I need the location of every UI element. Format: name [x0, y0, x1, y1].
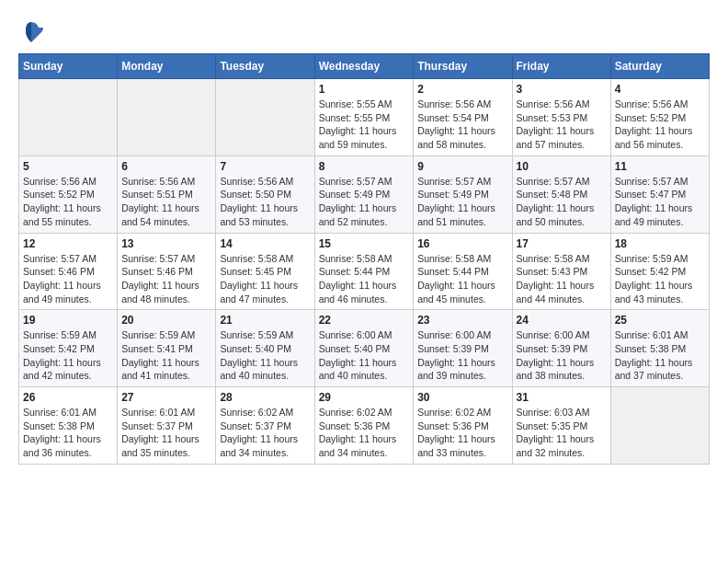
day-number: 23: [417, 314, 507, 327]
day-number: 28: [220, 391, 310, 404]
calendar-table: SundayMondayTuesdayWednesdayThursdayFrid…: [18, 53, 710, 465]
day-number: 11: [615, 160, 705, 173]
day-info: Sunrise: 5:59 AM Sunset: 5:41 PM Dayligh…: [121, 328, 211, 383]
day-info: Sunrise: 5:58 AM Sunset: 5:43 PM Dayligh…: [517, 252, 607, 306]
calendar-cell: 16Sunrise: 5:58 AM Sunset: 5:44 PM Dayli…: [414, 233, 512, 310]
day-info: Sunrise: 6:02 AM Sunset: 5:36 PM Dayligh…: [417, 406, 507, 460]
day-info: Sunrise: 5:57 AM Sunset: 5:49 PM Dayligh…: [319, 175, 410, 229]
day-info: Sunrise: 5:57 AM Sunset: 5:46 PM Dayligh…: [121, 252, 211, 306]
calendar-week-row: 5Sunrise: 5:56 AM Sunset: 5:52 PM Daylig…: [19, 155, 710, 233]
calendar-cell: 14Sunrise: 5:58 AM Sunset: 5:45 PM Dayli…: [216, 233, 314, 310]
day-number: 14: [220, 237, 310, 250]
day-number: 22: [319, 314, 410, 327]
calendar-cell: 19Sunrise: 5:59 AM Sunset: 5:42 PM Dayli…: [19, 310, 118, 387]
calendar-cell: 10Sunrise: 5:57 AM Sunset: 5:48 PM Dayli…: [512, 155, 610, 233]
calendar-cell: 20Sunrise: 5:59 AM Sunset: 5:41 PM Dayli…: [118, 310, 216, 387]
day-number: 26: [23, 391, 113, 404]
day-number: 29: [319, 391, 410, 404]
day-number: 15: [319, 237, 410, 250]
weekday-header: Wednesday: [314, 54, 414, 79]
calendar-cell: [216, 79, 314, 156]
logo: [18, 18, 48, 44]
day-info: Sunrise: 6:02 AM Sunset: 5:37 PM Dayligh…: [220, 406, 310, 460]
day-info: Sunrise: 6:00 AM Sunset: 5:39 PM Dayligh…: [417, 328, 507, 383]
day-info: Sunrise: 6:02 AM Sunset: 5:36 PM Dayligh…: [319, 406, 410, 460]
day-number: 21: [220, 314, 310, 327]
day-number: 5: [23, 160, 113, 173]
calendar-cell: 25Sunrise: 6:01 AM Sunset: 5:38 PM Dayli…: [610, 310, 709, 387]
calendar-week-row: 1Sunrise: 5:55 AM Sunset: 5:55 PM Daylig…: [19, 79, 710, 156]
calendar-cell: 31Sunrise: 6:03 AM Sunset: 5:35 PM Dayli…: [512, 387, 610, 465]
day-info: Sunrise: 5:59 AM Sunset: 5:42 PM Dayligh…: [615, 252, 705, 306]
calendar-cell: 5Sunrise: 5:56 AM Sunset: 5:52 PM Daylig…: [19, 155, 118, 233]
day-info: Sunrise: 5:58 AM Sunset: 5:45 PM Dayligh…: [220, 252, 310, 306]
day-number: 6: [121, 160, 211, 173]
calendar-cell: 23Sunrise: 6:00 AM Sunset: 5:39 PM Dayli…: [414, 310, 512, 387]
day-info: Sunrise: 5:57 AM Sunset: 5:47 PM Dayligh…: [615, 175, 705, 229]
day-info: Sunrise: 5:57 AM Sunset: 5:46 PM Dayligh…: [23, 252, 113, 306]
calendar-cell: [19, 79, 118, 156]
day-number: 3: [517, 83, 607, 96]
calendar-cell: 12Sunrise: 5:57 AM Sunset: 5:46 PM Dayli…: [19, 233, 118, 310]
calendar-cell: 15Sunrise: 5:58 AM Sunset: 5:44 PM Dayli…: [314, 233, 414, 310]
logo-icon: [18, 18, 44, 44]
day-info: Sunrise: 5:56 AM Sunset: 5:51 PM Dayligh…: [121, 175, 211, 229]
day-info: Sunrise: 6:03 AM Sunset: 5:35 PM Dayligh…: [517, 406, 607, 460]
calendar-cell: [610, 387, 709, 465]
calendar-week-row: 12Sunrise: 5:57 AM Sunset: 5:46 PM Dayli…: [19, 233, 710, 310]
weekday-header: Sunday: [19, 54, 118, 79]
calendar-week-row: 26Sunrise: 6:01 AM Sunset: 5:38 PM Dayli…: [19, 387, 710, 465]
day-number: 7: [220, 160, 310, 173]
day-info: Sunrise: 6:01 AM Sunset: 5:37 PM Dayligh…: [121, 406, 211, 460]
day-info: Sunrise: 6:01 AM Sunset: 5:38 PM Dayligh…: [615, 328, 705, 383]
day-number: 10: [517, 160, 607, 173]
calendar-cell: 24Sunrise: 6:00 AM Sunset: 5:39 PM Dayli…: [512, 310, 610, 387]
day-number: 31: [517, 391, 607, 404]
weekday-header: Monday: [118, 54, 216, 79]
weekday-row: SundayMondayTuesdayWednesdayThursdayFrid…: [19, 54, 710, 79]
day-info: Sunrise: 5:58 AM Sunset: 5:44 PM Dayligh…: [417, 252, 507, 306]
calendar-cell: 26Sunrise: 6:01 AM Sunset: 5:38 PM Dayli…: [19, 387, 118, 465]
day-info: Sunrise: 5:56 AM Sunset: 5:50 PM Dayligh…: [220, 175, 310, 229]
day-number: 16: [417, 237, 507, 250]
calendar-cell: [118, 79, 216, 156]
day-number: 30: [417, 391, 507, 404]
day-number: 18: [615, 237, 705, 250]
day-number: 24: [517, 314, 607, 327]
calendar-cell: 29Sunrise: 6:02 AM Sunset: 5:36 PM Dayli…: [314, 387, 414, 465]
day-info: Sunrise: 5:57 AM Sunset: 5:48 PM Dayligh…: [517, 175, 607, 229]
calendar-cell: 27Sunrise: 6:01 AM Sunset: 5:37 PM Dayli…: [118, 387, 216, 465]
day-number: 13: [121, 237, 211, 250]
day-info: Sunrise: 6:00 AM Sunset: 5:39 PM Dayligh…: [517, 328, 607, 383]
day-info: Sunrise: 5:56 AM Sunset: 5:52 PM Dayligh…: [615, 98, 705, 152]
weekday-header: Saturday: [610, 54, 709, 79]
calendar-cell: 28Sunrise: 6:02 AM Sunset: 5:37 PM Dayli…: [216, 387, 314, 465]
day-number: 2: [417, 83, 507, 96]
day-info: Sunrise: 5:55 AM Sunset: 5:55 PM Dayligh…: [319, 98, 410, 152]
calendar-cell: 2Sunrise: 5:56 AM Sunset: 5:54 PM Daylig…: [414, 79, 512, 156]
calendar-cell: 13Sunrise: 5:57 AM Sunset: 5:46 PM Dayli…: [118, 233, 216, 310]
calendar-cell: 17Sunrise: 5:58 AM Sunset: 5:43 PM Dayli…: [512, 233, 610, 310]
calendar-cell: 11Sunrise: 5:57 AM Sunset: 5:47 PM Dayli…: [610, 155, 709, 233]
day-info: Sunrise: 6:00 AM Sunset: 5:40 PM Dayligh…: [319, 328, 410, 383]
calendar-cell: 1Sunrise: 5:55 AM Sunset: 5:55 PM Daylig…: [314, 79, 414, 156]
day-number: 1: [319, 83, 410, 96]
calendar-cell: 4Sunrise: 5:56 AM Sunset: 5:52 PM Daylig…: [610, 79, 709, 156]
day-info: Sunrise: 6:01 AM Sunset: 5:38 PM Dayligh…: [23, 406, 113, 460]
day-number: 12: [23, 237, 113, 250]
calendar-cell: 6Sunrise: 5:56 AM Sunset: 5:51 PM Daylig…: [118, 155, 216, 233]
day-number: 19: [23, 314, 113, 327]
day-number: 25: [615, 314, 705, 327]
day-info: Sunrise: 5:56 AM Sunset: 5:54 PM Dayligh…: [417, 98, 507, 152]
day-info: Sunrise: 5:56 AM Sunset: 5:53 PM Dayligh…: [517, 98, 607, 152]
day-number: 20: [121, 314, 211, 327]
day-number: 17: [517, 237, 607, 250]
day-info: Sunrise: 5:59 AM Sunset: 5:42 PM Dayligh…: [23, 328, 113, 383]
calendar-cell: 18Sunrise: 5:59 AM Sunset: 5:42 PM Dayli…: [610, 233, 709, 310]
day-info: Sunrise: 5:59 AM Sunset: 5:40 PM Dayligh…: [220, 328, 310, 383]
calendar-week-row: 19Sunrise: 5:59 AM Sunset: 5:42 PM Dayli…: [19, 310, 710, 387]
weekday-header: Friday: [512, 54, 610, 79]
calendar-cell: 30Sunrise: 6:02 AM Sunset: 5:36 PM Dayli…: [414, 387, 512, 465]
calendar-cell: 21Sunrise: 5:59 AM Sunset: 5:40 PM Dayli…: [216, 310, 314, 387]
calendar-cell: 22Sunrise: 6:00 AM Sunset: 5:40 PM Dayli…: [314, 310, 414, 387]
